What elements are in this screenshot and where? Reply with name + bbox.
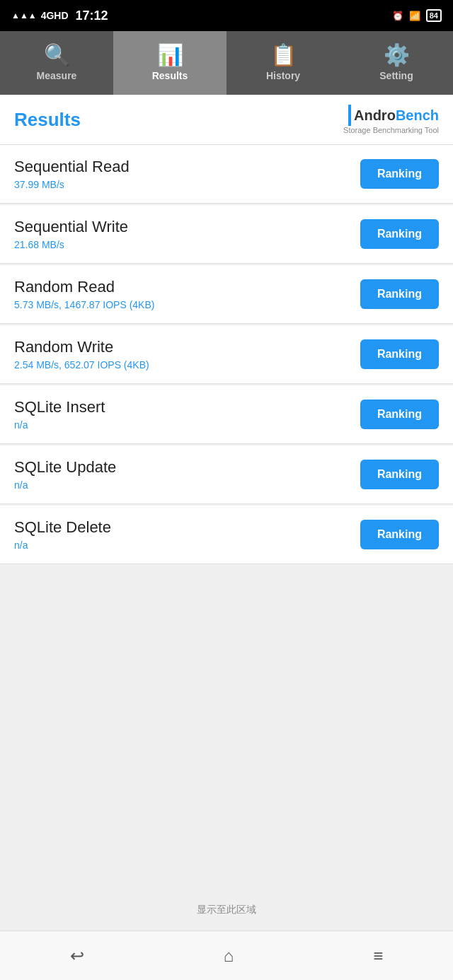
brand-bar <box>348 105 351 126</box>
result-info-rand-write: Random Write 2.54 MB/s, 652.07 IOPS (4KB… <box>14 338 149 371</box>
result-info-sqlite-update: SQLite Update n/a <box>14 458 116 491</box>
signal-type: 4GHD <box>41 10 69 21</box>
tab-results[interactable]: 📊 Results <box>113 31 226 95</box>
result-info-rand-read: Random Read 5.73 MB/s, 1467.87 IOPS (4KB… <box>14 278 154 310</box>
clock-icon: ⏰ <box>392 11 403 21</box>
tab-measure-label: Measure <box>37 70 77 81</box>
result-name-seq-write: Sequential Write <box>14 218 128 236</box>
status-right: ⏰ 📶 84 <box>392 9 442 22</box>
page-title: Results <box>14 109 81 131</box>
ranking-btn-rand-write[interactable]: Ranking <box>360 339 439 369</box>
tab-measure[interactable]: 🔍 Measure <box>0 31 113 95</box>
nav-bar: ↩ ⌂ ≡ <box>0 931 453 980</box>
result-info-seq-read: Sequential Read 37.99 MB/s <box>14 158 130 190</box>
result-name-rand-write: Random Write <box>14 338 149 356</box>
brand-suffix: Bench <box>396 107 439 123</box>
result-name-sqlite-insert: SQLite Insert <box>14 398 105 416</box>
brand-name-row: AndroBench <box>348 105 439 126</box>
ranking-btn-rand-read[interactable]: Ranking <box>360 279 439 309</box>
result-value-sqlite-insert: n/a <box>14 419 105 431</box>
brand-name: AndroBench <box>354 107 439 124</box>
result-name-sqlite-delete: SQLite Delete <box>14 518 111 537</box>
result-item-sqlite-delete: SQLite Delete n/a Ranking <box>0 506 453 564</box>
ranking-btn-seq-write[interactable]: Ranking <box>360 219 439 249</box>
brand-prefix: Andro <box>354 107 396 123</box>
back-button[interactable]: ↩ <box>56 940 98 972</box>
tab-history[interactable]: 📋 History <box>226 31 340 95</box>
result-item-seq-read: Sequential Read 37.99 MB/s Ranking <box>0 145 453 204</box>
home-button[interactable]: ⌂ <box>210 940 248 972</box>
signal-icon: ▲▲▲ <box>11 11 37 21</box>
status-left: ▲▲▲ 4GHD 17:12 <box>11 8 108 23</box>
result-item-sqlite-update: SQLite Update n/a Ranking <box>0 445 453 504</box>
result-name-rand-read: Random Read <box>14 278 154 296</box>
result-value-seq-read: 37.99 MB/s <box>14 179 130 190</box>
result-value-sqlite-update: n/a <box>14 479 116 491</box>
brand-subtitle: Storage Benchmarking Tool <box>343 126 439 134</box>
result-info-sqlite-insert: SQLite Insert n/a <box>14 398 105 431</box>
result-value-rand-write: 2.54 MB/s, 652.07 IOPS (4KB) <box>14 359 149 371</box>
brand-logo: AndroBench Storage Benchmarking Tool <box>343 105 439 134</box>
tab-history-label: History <box>266 70 300 81</box>
menu-button[interactable]: ≡ <box>359 940 397 972</box>
battery-icon: 84 <box>426 9 442 22</box>
tab-results-label: Results <box>152 70 188 81</box>
results-list: Sequential Read 37.99 MB/s Ranking Seque… <box>0 145 453 728</box>
spacer <box>0 728 453 889</box>
result-item-rand-write: Random Write 2.54 MB/s, 652.07 IOPS (4KB… <box>0 325 453 384</box>
nav-tabs: 🔍 Measure 📊 Results 📋 History ⚙️ Setting <box>0 31 453 95</box>
result-item-rand-read: Random Read 5.73 MB/s, 1467.87 IOPS (4KB… <box>0 265 453 324</box>
result-name-sqlite-update: SQLite Update <box>14 458 116 477</box>
wifi-icon: 📶 <box>409 11 420 21</box>
result-value-sqlite-delete: n/a <box>14 539 111 551</box>
result-item-sqlite-insert: SQLite Insert n/a Ranking <box>0 385 453 444</box>
ranking-btn-sqlite-insert[interactable]: Ranking <box>360 399 439 429</box>
tab-setting[interactable]: ⚙️ Setting <box>340 31 453 95</box>
result-value-rand-read: 5.73 MB/s, 1467.87 IOPS (4KB) <box>14 299 154 310</box>
bottom-label: 显示至此区域 <box>0 889 453 931</box>
result-info-seq-write: Sequential Write 21.68 MB/s <box>14 218 128 250</box>
ranking-btn-seq-read[interactable]: Ranking <box>360 159 439 189</box>
ranking-btn-sqlite-delete[interactable]: Ranking <box>360 520 439 549</box>
history-icon: 📋 <box>270 45 297 66</box>
page-header: Results AndroBench Storage Benchmarking … <box>0 95 453 145</box>
result-value-seq-write: 21.68 MB/s <box>14 239 128 250</box>
time: 17:12 <box>76 8 108 23</box>
status-bar: ▲▲▲ 4GHD 17:12 ⏰ 📶 84 <box>0 0 453 31</box>
result-info-sqlite-delete: SQLite Delete n/a <box>14 518 111 551</box>
setting-icon: ⚙️ <box>384 45 410 66</box>
tab-setting-label: Setting <box>379 70 413 81</box>
measure-icon: 🔍 <box>44 45 70 66</box>
ranking-btn-sqlite-update[interactable]: Ranking <box>360 460 439 489</box>
result-item-seq-write: Sequential Write 21.68 MB/s Ranking <box>0 205 453 264</box>
result-name-seq-read: Sequential Read <box>14 158 130 176</box>
results-icon: 📊 <box>157 45 183 66</box>
